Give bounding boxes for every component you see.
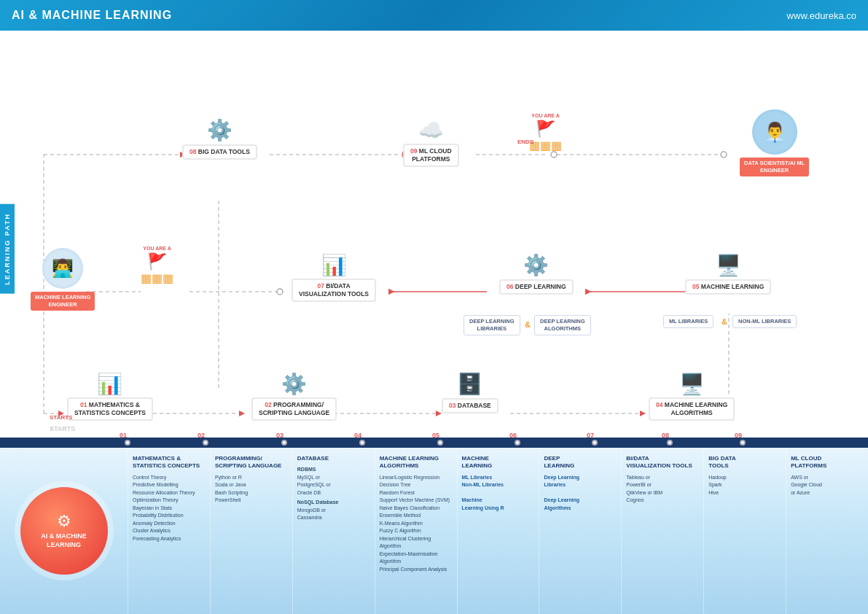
ds-engineer-label: DATA SCIENTIST/AI MLENGINEER <box>740 158 809 176</box>
bottom-col-02: PROGRAMMING/SCRIPTING LANGUAGE Python or… <box>210 448 292 614</box>
bc-item: Non-ML Libraries <box>462 481 535 489</box>
amp-06: & <box>525 320 531 329</box>
bc-title-04: MACHINE LEARNINGALGORITHMS <box>380 455 453 470</box>
bc-item: Naive Bayes Classification <box>380 505 453 513</box>
node-06: ⚙️ 06 DEEP LEARNING <box>499 253 574 295</box>
timeline-dot-04 <box>359 440 365 446</box>
you-are-a-1: YOU ARE A 🚩 ▦▦▦ <box>141 246 173 285</box>
bc-item: QlikView or IBM <box>626 489 699 497</box>
ml-engineer-label: MACHINE LEARNINGENGINEER <box>31 292 95 311</box>
bc-item: Hierarchical Clustering Algorithm <box>380 535 453 551</box>
bc-item: PowerShell <box>215 497 288 505</box>
bc-title-09: ML CLOUDPLATFORMS <box>791 455 864 470</box>
sub-node-dl-algorithms: DEEP LEARNINGALGORITHMS <box>534 315 591 335</box>
bottom-area: ⚙ AI & MACHINELEARNING MATHEMATICS &STAT… <box>0 448 868 614</box>
header: AI & MACHINE LEARNING www.edureka.co <box>0 0 868 31</box>
header-title: AI & MACHINE LEARNING <box>12 9 172 22</box>
bc-item: Control Theory <box>133 474 206 482</box>
bottom-col-03: DATABASE RDBMS MySQL or PostgreSQL or Or… <box>292 448 375 614</box>
you-are-a-2: YOU ARE A 🚩 ▦▦▦ <box>529 113 562 152</box>
node-02-label: 02 PROGRAMMING/SCRIPTING LANGUAGE <box>251 397 337 421</box>
bc-item: Anomaly Detection <box>133 520 206 528</box>
node-05-icon: 🖥️ <box>685 253 771 277</box>
bc-title-01: MATHEMATICS &STATISTICS CONCEPTS <box>133 455 206 470</box>
bc-item: Probability Distribution <box>133 512 206 520</box>
ai-circle-icon: ⚙ <box>57 512 71 531</box>
ai-circle: ⚙ AI & MACHINELEARNING <box>20 487 108 575</box>
steps-icon-2: ▦▦▦ <box>529 139 562 152</box>
node-09-label: 09 ML CLOUDPLATFORMS <box>403 144 459 167</box>
node-06-icon: ⚙️ <box>499 253 574 277</box>
node-09-icon: ☁️ <box>403 118 459 142</box>
svg-marker-17 <box>239 411 245 416</box>
node-05: 🖥️ 05 MACHINE LEARNING <box>685 253 771 295</box>
node-08-label: 08 BIG DATA TOOLS <box>182 144 257 160</box>
bc-item: AWS or <box>791 474 864 482</box>
main-area: 📊 01 MATHEMATICS &STATISTICS CONCEPTS ⚙️… <box>0 31 868 614</box>
bc-item: PostgreSQL or <box>297 481 370 489</box>
timeline-dot-07 <box>592 440 598 446</box>
bc-item: Linear/Logistic Regression <box>380 474 453 482</box>
bottom-col-05: MACHINELEARNING ML Libraries Non-ML Libr… <box>457 448 539 614</box>
node-08: ⚙️ 08 BIG DATA TOOLS <box>182 118 257 160</box>
timeline-dot-06 <box>515 440 520 446</box>
bottom-col-06: DEEPLEARNING Deep Learning Libraries Dee… <box>539 448 621 614</box>
node-03-icon: 🗄️ <box>442 372 498 396</box>
bc-item: Cassandra <box>297 514 370 522</box>
amp-05: & <box>722 317 727 326</box>
bc-item: Learning Using R <box>462 505 535 513</box>
bc-item: Algorithms <box>544 505 617 513</box>
ai-circle-container: ⚙ AI & MACHINELEARNING <box>0 448 128 614</box>
bc-title-08: BIG DATATOOLS <box>708 455 781 470</box>
bc-item: Cognos <box>626 497 699 505</box>
learning-path-label: LEARNING PATH <box>0 204 15 294</box>
bc-title-05: MACHINELEARNING <box>462 455 535 470</box>
timeline-dot-09 <box>740 440 746 446</box>
bc-item: Spark <box>708 481 781 489</box>
flag-icon-2: 🚩 <box>529 120 562 139</box>
sub-node-ml-libraries: ML LIBRARIES <box>663 315 713 328</box>
bc-item: Deep Learning <box>544 474 617 482</box>
bc-item: Optimization Theory <box>133 497 206 505</box>
bc-item: ML Libraries <box>462 474 535 482</box>
ds-engineer-avatar: 👨‍💼 <box>752 109 797 155</box>
bc-item: Principal Component Analysis <box>380 566 453 574</box>
svg-point-7 <box>721 152 727 158</box>
bc-item: Deep Learning <box>544 497 617 505</box>
starts-label: STARTS <box>50 414 72 421</box>
bc-item: MySQL or <box>297 474 370 482</box>
timeline-dot-05 <box>437 440 443 446</box>
svg-marker-21 <box>640 411 646 416</box>
steps-icon-1: ▦▦▦ <box>141 271 173 285</box>
bc-item: Support Vector Machine (SVM) <box>380 497 453 505</box>
node-08-icon: ⚙️ <box>182 118 257 142</box>
sub-node-nonml-libraries: NON-ML LIBRARIES <box>732 315 797 328</box>
node-03: 🗄️ 03 DATABASE <box>442 372 498 413</box>
ml-engineer-box: 👨‍💻 MACHINE LEARNINGENGINEER <box>31 248 95 311</box>
ml-engineer-avatar: 👨‍💻 <box>42 248 83 289</box>
ends-label: ENDS <box>517 139 533 145</box>
ai-circle-text: AI & MACHINELEARNING <box>41 532 87 549</box>
node-02: ⚙️ 02 PROGRAMMING/SCRIPTING LANGUAGE <box>251 372 337 421</box>
bc-title-03: DATABASE <box>297 455 370 462</box>
bc-item: Ensemble Method <box>380 512 453 520</box>
node-05-label: 05 MACHINE LEARNING <box>685 279 771 295</box>
svg-point-5 <box>551 152 557 158</box>
node-02-icon: ⚙️ <box>251 372 337 396</box>
bc-item: K-Means Algorithm <box>380 520 453 528</box>
bc-item: Scala or Java <box>215 481 288 489</box>
node-01-icon: 📊 <box>67 372 153 396</box>
bottom-col-08: BIG DATATOOLS Hadoop Spark Hive <box>703 448 786 614</box>
bc-item: Resource Allocation Theory <box>133 489 206 497</box>
bc-item: Bayesian in Stats <box>133 505 206 513</box>
timeline-starts-mark: STARTS <box>50 425 75 432</box>
bc-title-02: PROGRAMMING/SCRIPTING LANGUAGE <box>215 455 288 470</box>
bc-item: Cluster Analytics <box>133 527 206 535</box>
bc-item: Python or R <box>215 474 288 482</box>
node-09: ☁️ 09 ML CLOUDPLATFORMS <box>403 118 459 167</box>
node-01-label: 01 MATHEMATICS &STATISTICS CONCEPTS <box>67 397 153 421</box>
ds-engineer-box: 👨‍💼 DATA SCIENTIST/AI MLENGINEER <box>740 109 809 176</box>
bc-item: Oracle DB <box>297 489 370 497</box>
flag-icon-1: 🚩 <box>141 252 173 271</box>
bc-item: Machine <box>462 497 535 505</box>
